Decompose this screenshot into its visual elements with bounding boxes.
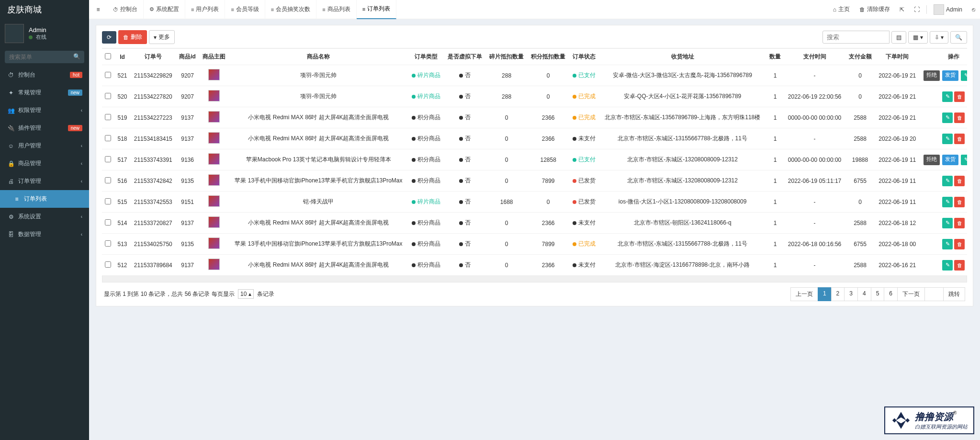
page-3[interactable]: 3 — [844, 287, 858, 301]
search-button[interactable]: 🔍 — [950, 31, 967, 44]
table-horizontal-scrollbar[interactable] — [102, 276, 967, 282]
page-4[interactable]: 4 — [857, 287, 871, 301]
page-6[interactable]: 6 — [884, 287, 898, 301]
edit-button[interactable]: ✎ — [961, 70, 967, 81]
search-icon[interactable]: 🔍 — [73, 53, 80, 60]
tab-icon: ≡ — [362, 6, 365, 12]
more-button[interactable]: ▾更多 — [149, 30, 175, 44]
column-header[interactable]: 支付金额 — [845, 49, 875, 65]
reject-tag[interactable]: 拒绝 — [924, 70, 940, 81]
tab[interactable]: ≡商品列表 — [316, 0, 356, 19]
sidebar-item[interactable]: ✦ 常规管理new — [0, 84, 89, 102]
admin-menu[interactable]: Admin — [929, 4, 967, 15]
column-header[interactable] — [102, 49, 114, 65]
edit-button[interactable]: ✎ — [942, 176, 953, 186]
edit-button[interactable]: ✎ — [942, 260, 953, 271]
row-checkbox[interactable] — [105, 219, 111, 226]
row-checkbox[interactable] — [105, 93, 111, 99]
reject-tag[interactable]: 拒绝 — [924, 155, 940, 165]
column-header[interactable]: 订单状态 — [569, 49, 599, 65]
edit-button[interactable]: ✎ — [942, 197, 953, 207]
page-5[interactable]: 5 — [871, 287, 885, 301]
page-1[interactable]: 1 — [818, 287, 832, 301]
logout-icon[interactable]: ⎋ — [967, 6, 980, 13]
edit-button[interactable]: ✎ — [942, 134, 953, 144]
sidebar-item[interactable]: ⏱ 控制台hot — [0, 66, 89, 84]
refresh-button[interactable]: ⟳ — [102, 31, 116, 44]
column-header[interactable]: 订单号 — [130, 49, 176, 65]
row-checkbox[interactable] — [105, 240, 111, 247]
sidebar: 皮肤商城 Admin 在线 🔍 ⏱ 控制台hot ✦ 常规管理new 👥 权限管… — [0, 0, 89, 440]
sidebar-item[interactable]: 🔒 商品管理‹ — [0, 155, 89, 172]
sidebar-item[interactable]: 🖨 订单管理‹ — [0, 172, 89, 190]
delete-row-button[interactable]: 🗑 — [954, 91, 965, 102]
delete-row-button[interactable]: 🗑 — [954, 176, 965, 186]
tab[interactable]: ≡会员抽奖次数 — [265, 0, 316, 19]
delete-row-button[interactable]: 🗑 — [954, 134, 965, 144]
column-header[interactable]: 操作 — [920, 49, 967, 65]
cell-status: 已完成 — [569, 86, 599, 107]
column-header[interactable]: 是否虚拟下单 — [444, 49, 486, 65]
page-next[interactable]: 下一页 — [897, 287, 925, 301]
edit-button[interactable]: ✎ — [942, 218, 953, 228]
page-jump[interactable]: 跳转 — [943, 287, 965, 301]
edit-button[interactable]: ✎ — [942, 239, 953, 249]
column-header[interactable]: 支付时间 — [784, 49, 845, 65]
delete-row-button[interactable]: 🗑 — [954, 239, 965, 249]
delete-row-button[interactable]: 🗑 — [954, 197, 965, 207]
sidebar-item[interactable]: ☺ 用户管理‹ — [0, 137, 89, 155]
clear-cache-link[interactable]: 🗑清除缓存 — [855, 5, 895, 13]
row-checkbox[interactable] — [105, 135, 111, 141]
tab[interactable]: ≡订单列表 — [357, 0, 396, 19]
column-header[interactable]: 订单类型 — [408, 49, 444, 65]
row-checkbox[interactable] — [105, 72, 111, 78]
sidebar-item[interactable]: 🗄 数据管理‹ — [0, 226, 89, 243]
page-input[interactable] — [924, 287, 944, 301]
edit-button[interactable]: ✎ — [942, 91, 953, 102]
row-checkbox[interactable] — [105, 177, 111, 183]
row-checkbox[interactable] — [105, 156, 111, 162]
edit-button[interactable]: ✎ — [961, 155, 967, 165]
tab[interactable]: ≡会员等级 — [225, 0, 265, 19]
column-header[interactable]: 商品主图 — [199, 49, 229, 65]
export-button[interactable]: ⇩ ▾ — [930, 31, 948, 44]
home-link[interactable]: ⌂主页 — [828, 5, 855, 13]
column-header[interactable]: 商品id — [176, 49, 199, 65]
sidebar-item[interactable]: 🔌 插件管理new — [0, 119, 89, 137]
column-header[interactable]: 积分抵扣数量 — [528, 49, 569, 65]
column-header[interactable]: 碎片抵扣数量 — [486, 49, 528, 65]
row-checkbox[interactable] — [105, 261, 111, 268]
view-grid-button[interactable]: ▦ ▾ — [908, 31, 927, 44]
toggle-sidebar-button[interactable]: ≡ — [89, 6, 107, 13]
tab[interactable]: ⏱控制台 — [107, 0, 144, 19]
sidebar-search-input[interactable] — [5, 51, 84, 63]
delete-row-button[interactable]: 🗑 — [954, 218, 965, 228]
table-search-input[interactable] — [822, 31, 890, 44]
column-header[interactable]: 商品名称 — [229, 49, 408, 65]
tab[interactable]: ≡用户列表 — [185, 0, 225, 19]
column-header[interactable]: 下单时间 — [875, 49, 920, 65]
sidebar-subitem[interactable]: ≡ 订单列表 — [0, 190, 89, 208]
tab[interactable]: ⚙系统配置 — [144, 0, 185, 19]
page-prev[interactable]: 上一页 — [790, 287, 818, 301]
page-2[interactable]: 2 — [831, 287, 845, 301]
delete-button[interactable]: 🗑删除 — [118, 30, 147, 44]
column-header[interactable]: Id — [114, 49, 130, 65]
sidebar-item[interactable]: ⚙ 系统设置‹ — [0, 208, 89, 226]
row-checkbox[interactable] — [105, 114, 111, 120]
column-header[interactable]: 数量 — [766, 49, 784, 65]
perpage-select[interactable]: 10 ▴ — [238, 289, 254, 299]
ship-tag[interactable]: 发货 — [942, 70, 958, 81]
select-all-checkbox[interactable] — [105, 53, 111, 59]
delete-row-button[interactable]: 🗑 — [954, 113, 965, 123]
ship-tag[interactable]: 发货 — [942, 155, 958, 165]
shortcut-icon[interactable]: ⇱ — [895, 6, 909, 13]
column-header[interactable]: 收货地址 — [599, 49, 766, 65]
fullscreen-icon[interactable]: ⛶ — [909, 6, 924, 13]
sidebar-item[interactable]: 👥 权限管理‹ — [0, 102, 89, 119]
delete-row-button[interactable]: 🗑 — [954, 260, 965, 271]
view-list-button[interactable]: ▤ — [891, 31, 906, 44]
row-checkbox[interactable] — [105, 198, 111, 204]
edit-button[interactable]: ✎ — [942, 113, 953, 123]
cell-type: 碎片商品 — [408, 65, 444, 86]
